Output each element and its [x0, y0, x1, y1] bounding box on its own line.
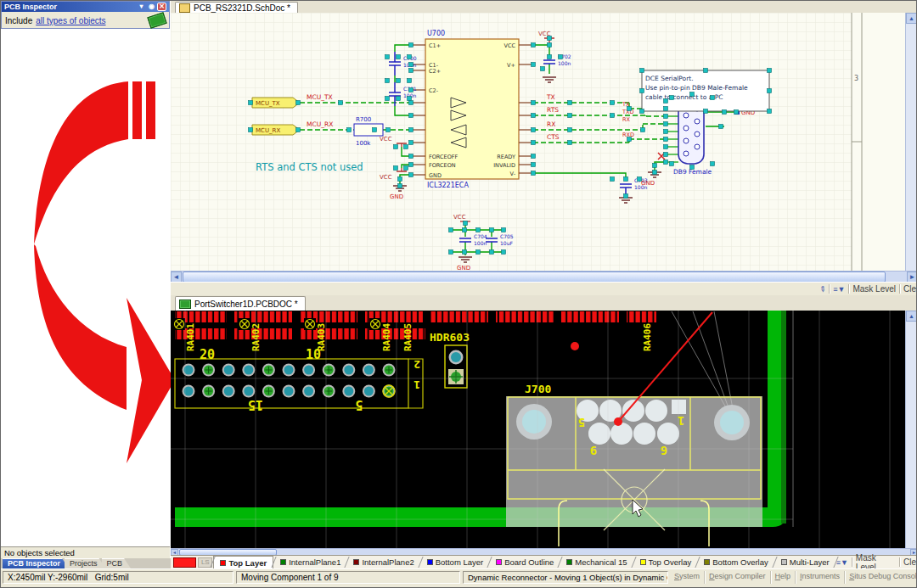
svg-text:5: 5: [355, 397, 363, 412]
altium-window: PCB Inspector ▾ ◉ ✕ Include all types of…: [0, 0, 917, 588]
layer-color-swatch: [704, 559, 710, 565]
tab-pcb-document[interactable]: PortSwitcher1D.PCBDOC *: [175, 296, 306, 311]
svg-text:100n: 100n: [558, 60, 571, 66]
panel-tab-bar: PCB InspectorProjectsPCB: [1, 558, 172, 568]
svg-text:CTS: CTS: [547, 133, 560, 141]
ic-u700[interactable]: U700 ICL3221ECA C1+C1-C2+C2-FORCEOFFFORC…: [411, 30, 533, 189]
svg-text:100n: 100n: [474, 240, 487, 246]
svg-text:Use pin-to-pin DB9 Male-Female: Use pin-to-pin DB9 Male-Female: [645, 84, 748, 92]
pcb-editor-pane: PortSwitcher1D.PCBDOC *: [171, 295, 917, 568]
layer-tab-bottom-overlay[interactable]: Bottom Overlay: [698, 556, 774, 568]
layer-tab-top-overlay[interactable]: Top Overlay: [634, 556, 698, 568]
menu-button-instruments[interactable]: Instruments: [796, 571, 845, 584]
annotation-text: RTS and CTS not used: [256, 161, 363, 173]
svg-text:6: 6: [590, 444, 597, 457]
layer-tab-bottom-layer[interactable]: Bottom Layer: [421, 556, 490, 568]
chevron-down-icon[interactable]: ▾: [137, 3, 146, 11]
layer-tab-multi-layer[interactable]: Multi-Layer: [775, 556, 835, 568]
svg-text:2: 2: [413, 358, 420, 371]
schematic-vscrollbar[interactable]: ▲: [905, 13, 917, 271]
layer-color-swatch: [640, 559, 646, 565]
red-curved-arrow: [1, 29, 171, 546]
current-layer-swatch[interactable]: [173, 557, 196, 568]
pcb-vscrollbar[interactable]: ▲: [905, 311, 917, 548]
note-text-box[interactable]: DCE SerialPort.Use pin-to-pin DB9 Male-F…: [642, 70, 769, 111]
svg-text:FORCEON: FORCEON: [429, 162, 456, 169]
svg-text:5: 5: [578, 416, 585, 429]
left-column: PCB Inspector ▾ ◉ ✕ Include all types of…: [1, 1, 172, 568]
svg-text:C705: C705: [500, 233, 514, 239]
layer-color-swatch: [781, 559, 787, 565]
clear-button[interactable]: Cle: [903, 284, 916, 294]
grid-readout: Grid:5mil: [95, 573, 129, 582]
svg-text:1: 1: [413, 378, 420, 391]
status-bar: X:2450mil Y:-2960mil Grid:5mil Moving Co…: [1, 568, 917, 588]
svg-text:VCC: VCC: [453, 214, 466, 221]
svg-text:GND: GND: [390, 193, 403, 200]
schematic-tab-label: PCB_RS2321D.SchDoc *: [194, 3, 290, 13]
pcb-chip-icon: [147, 12, 166, 28]
hdr603-label: HDR603: [430, 331, 470, 344]
pin-icon[interactable]: ◉: [147, 3, 156, 11]
svg-text:GND: GND: [457, 265, 470, 271]
svg-text:V+: V+: [507, 62, 515, 69]
schematic-canvas[interactable]: 3: [171, 13, 917, 271]
svg-text:10uF: 10uF: [500, 240, 513, 246]
svg-text:READY: READY: [497, 154, 515, 160]
schematic-hscrollbar[interactable]: ◄ ►: [171, 271, 917, 283]
layer-tab-internalplane2[interactable]: InternalPlane2: [347, 556, 419, 568]
layer-tab-board-outline[interactable]: Board Outline: [490, 556, 560, 568]
panel-tab-pcb-inspector[interactable]: PCB Inspector: [3, 558, 69, 568]
pcb-inspector-titlebar[interactable]: PCB Inspector ▾ ◉ ✕: [2, 2, 169, 12]
svg-text:TX: TX: [546, 93, 555, 101]
svg-text:RA405: RA405: [402, 323, 413, 351]
menu-button-help[interactable]: Help: [771, 571, 796, 584]
layer-tab-mechanical-15[interactable]: Mechanical 15: [560, 556, 633, 568]
layer-tab-bar: LS Top LayerInternalPlane1InternalPlane2…: [171, 555, 917, 568]
layer-color-swatch: [496, 559, 502, 565]
svg-text:RA406: RA406: [642, 323, 653, 351]
schematic-sheet-icon: [179, 3, 190, 13]
svg-text:9: 9: [661, 444, 667, 457]
svg-text:RX: RX: [547, 120, 555, 128]
filter-icon: ≡▼: [833, 285, 845, 294]
coordinate-readout: X:2450mil Y:-2960mil Grid:5mil: [3, 571, 233, 584]
svg-text:100k: 100k: [356, 140, 371, 147]
tab-schematic-document[interactable]: PCB_RS2321D.SchDoc *: [175, 2, 298, 14]
pcb-canvas[interactable]: RA401RA402RA403RA404RA405RA406 20 10 15 …: [171, 311, 917, 548]
chip-designator: U700: [427, 30, 445, 37]
pcb-tab-label: PortSwitcher1D.PCBDOC *: [194, 300, 298, 309]
panel-tab-projects[interactable]: Projects: [65, 558, 106, 568]
svg-text:VCC: VCC: [380, 136, 392, 143]
close-icon[interactable]: ✕: [157, 3, 166, 11]
svg-text:RX: RX: [622, 116, 631, 123]
svg-text:RA401: RA401: [185, 323, 196, 351]
panel-tab-pcb[interactable]: PCB: [102, 558, 132, 568]
filter-icon: ≡▼: [836, 558, 848, 567]
pcb-inspector-panel: PCB Inspector ▾ ◉ ✕ Include all types of…: [1, 1, 170, 29]
svg-text:INVALID: INVALID: [493, 162, 515, 169]
svg-text:MCU_RX: MCU_RX: [307, 120, 333, 128]
layer-color-swatch: [427, 559, 433, 565]
layer-color-swatch: [220, 560, 226, 566]
menu-button-system[interactable]: System: [670, 571, 705, 584]
include-types-link[interactable]: all types of objects: [36, 16, 105, 25]
svg-text:DCE SerialPort.: DCE SerialPort.: [645, 75, 694, 82]
layer-color-swatch: [353, 559, 359, 565]
mask-level-button[interactable]: Mask Level: [852, 284, 896, 294]
layer-color-swatch: [566, 559, 572, 565]
chip-part-number: ICL3221ECA: [427, 182, 469, 189]
svg-text:GND: GND: [429, 172, 442, 179]
svg-text:RA404: RA404: [381, 323, 392, 351]
layer-tab-top-layer[interactable]: Top Layer: [213, 556, 273, 569]
svg-text:R700: R700: [356, 116, 371, 123]
menu-button-design-compiler[interactable]: Design Compiler: [705, 571, 771, 584]
svg-text:C2+: C2+: [429, 68, 441, 75]
clear-button[interactable]: Cle: [903, 557, 916, 567]
layer-tab-internalplane1[interactable]: InternalPlane1: [274, 556, 346, 568]
panel-title: PCB Inspector: [4, 3, 57, 11]
menu-button-situs-debug-console[interactable]: Situs Debug Console: [845, 571, 917, 584]
svg-text:GND: GND: [641, 180, 655, 187]
schematic-editor-pane: PCB_RS2321D.SchDoc * 3: [171, 1, 917, 295]
svg-text:FORCEOFF: FORCEOFF: [429, 154, 458, 160]
